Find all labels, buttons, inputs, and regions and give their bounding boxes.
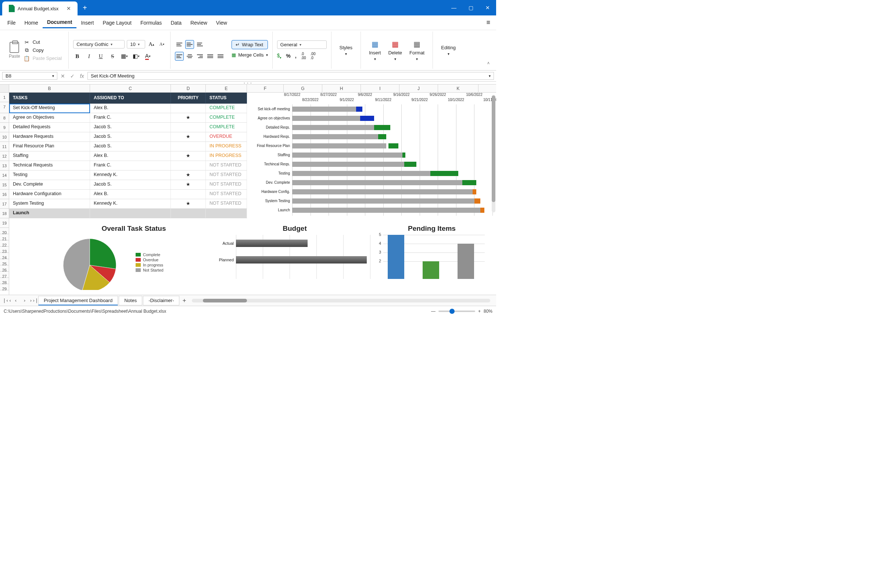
add-sheet-button[interactable]: + <box>180 297 188 304</box>
insert-cells-button[interactable]: ▦Insert▾ <box>365 38 385 63</box>
row-header-20[interactable]: 20 <box>0 228 9 234</box>
table-row[interactable]: System TestingKennedy K.★NOT STARTED <box>9 199 247 209</box>
table-row[interactable]: Hardware RequestsJacob S.★OVERDUE <box>9 132 247 142</box>
table-row[interactable]: TestingKennedy K.★NOT STARTED <box>9 171 247 180</box>
align-right-button[interactable] <box>195 52 204 61</box>
format-cells-button[interactable]: ▦Format▾ <box>406 38 428 63</box>
row-header-16[interactable]: 16 <box>0 190 9 199</box>
font-color-button[interactable]: A▾ <box>144 52 152 60</box>
align-middle-button[interactable] <box>185 40 194 49</box>
row-header-10[interactable]: 10 <box>0 132 9 142</box>
col-header-K[interactable]: K <box>438 84 478 92</box>
last-sheet-button[interactable]: ››| <box>29 298 38 303</box>
row-header-14[interactable]: 14 <box>0 171 9 180</box>
row-header-27[interactable]: 27 <box>0 272 9 278</box>
decrease-decimal-button[interactable]: .00.0 <box>310 52 316 60</box>
col-header-B[interactable]: B <box>9 84 90 92</box>
editing-button[interactable]: Editing▾ <box>437 44 459 57</box>
align-top-button[interactable] <box>175 40 184 49</box>
menu-insert[interactable]: Insert <box>76 18 98 28</box>
row-header-28[interactable]: 28 <box>0 278 9 284</box>
menu-document[interactable]: Document <box>43 17 76 28</box>
table-row[interactable]: Hardware ConfigurationAlex B.NOT STARTED <box>9 190 247 199</box>
number-format-select[interactable]: General▾ <box>277 40 327 49</box>
table-row[interactable]: Final Resource PlanJacob S.IN PROGRESS <box>9 142 247 152</box>
comma-style-button[interactable]: , <box>295 53 297 59</box>
row-header-1[interactable]: 1 <box>0 93 9 102</box>
vertical-scrollbar[interactable] <box>492 95 495 212</box>
align-center-button[interactable] <box>185 52 194 61</box>
copy-button[interactable]: ⧉Copy <box>24 47 62 53</box>
cancel-edit-button[interactable]: ✕ <box>59 73 67 79</box>
borders-button[interactable]: ▦▾ <box>120 52 128 60</box>
col-header-F[interactable]: F <box>247 84 284 92</box>
cut-button[interactable]: ✂Cut <box>24 39 62 45</box>
col-header-I[interactable]: I <box>361 84 399 92</box>
align-left-button[interactable] <box>175 52 184 61</box>
table-row[interactable]: Dev. CompleteJacob S.★NOT STARTED <box>9 180 247 190</box>
row-header-21[interactable]: 21 <box>0 234 9 240</box>
name-box[interactable]: B8▾ <box>2 72 57 80</box>
table-row[interactable]: Detailed RequestsJacob S.COMPLETE <box>9 123 247 132</box>
row-header-17[interactable]: 17 <box>0 199 9 209</box>
menu-review[interactable]: Review <box>186 18 212 28</box>
prev-sheet-button[interactable]: ‹ <box>12 298 20 303</box>
percent-button[interactable]: % <box>286 53 290 59</box>
new-tab-button[interactable]: + <box>78 4 92 12</box>
currency-button[interactable]: $▾ <box>277 52 282 60</box>
wrap-text-button[interactable]: ↵Wrap Text <box>231 40 267 49</box>
row-header-26[interactable]: 26 <box>0 266 9 272</box>
fill-color-button[interactable]: ◧▾ <box>132 52 140 60</box>
font-size-select[interactable]: 10▾ <box>127 40 145 48</box>
table-row[interactable]: Set Kick-Off MeetingAlex B.COMPLETE <box>9 104 247 113</box>
horizontal-scrollbar[interactable] <box>192 299 490 303</box>
fx-button[interactable]: fx <box>78 73 86 79</box>
font-name-select[interactable]: Century Gothic▾ <box>73 40 124 48</box>
table-row[interactable]: Technical RequestsFrank C.NOT STARTED <box>9 161 247 171</box>
col-header-D[interactable]: D <box>171 84 206 92</box>
row-header-23[interactable]: 23 <box>0 247 9 253</box>
align-bottom-button[interactable] <box>195 40 204 49</box>
menu-data[interactable]: Data <box>166 18 186 28</box>
launch-row[interactable]: Launch <box>9 209 247 218</box>
row-header-29[interactable]: 29 <box>0 284 9 290</box>
paste-button[interactable]: Paste <box>8 40 22 60</box>
merge-cells-button[interactable]: ▦Merge Cells▾ <box>231 52 267 58</box>
table-row[interactable]: Agree on ObjectivesFrank C.★COMPLETE <box>9 113 247 123</box>
worksheet-area[interactable]: 1789101112131415161718192021222324252627… <box>0 84 496 295</box>
delete-cells-button[interactable]: ▦Delete▾ <box>384 38 406 63</box>
row-header-8[interactable]: 8 <box>0 113 9 123</box>
row-header-18[interactable]: 18 <box>0 209 9 218</box>
zoom-slider[interactable] <box>438 310 475 312</box>
document-tab[interactable]: Annual Budget.xlsx ✕ <box>2 2 78 15</box>
maximize-button[interactable]: ▢ <box>462 0 479 15</box>
menu-page-layout[interactable]: Page Layout <box>98 18 136 28</box>
col-header-H[interactable]: H <box>322 84 361 92</box>
row-header-15[interactable]: 15 <box>0 180 9 190</box>
hamburger-menu-icon[interactable]: ≡ <box>483 17 493 28</box>
styles-button[interactable]: Styles▾ <box>336 44 356 57</box>
sheet-tab[interactable]: -Disclaimer- <box>143 296 179 305</box>
accept-edit-button[interactable]: ✓ <box>68 73 76 79</box>
table-row[interactable]: StaffingAlex B.★IN PROGRESS <box>9 152 247 161</box>
row-header-7[interactable]: 7 <box>0 102 9 113</box>
row-header-9[interactable]: 9 <box>0 123 9 132</box>
row-header-22[interactable]: 22 <box>0 240 9 247</box>
zoom-out-button[interactable]: — <box>431 309 435 314</box>
col-header-C[interactable]: C <box>90 84 171 92</box>
bold-button[interactable]: B <box>73 52 81 60</box>
menu-file[interactable]: File <box>3 18 20 28</box>
row-header-19[interactable]: 19 <box>0 218 9 228</box>
collapse-ribbon-button[interactable]: ＾ <box>486 61 491 67</box>
col-header-J[interactable]: J <box>399 84 438 92</box>
minimize-button[interactable]: — <box>446 0 462 15</box>
italic-button[interactable]: I <box>85 52 93 60</box>
row-header-12[interactable]: 12 <box>0 152 9 161</box>
row-header-13[interactable]: 13 <box>0 161 9 171</box>
menu-formulas[interactable]: Formulas <box>136 18 166 28</box>
strikethrough-button[interactable]: S <box>108 52 117 60</box>
col-header-G[interactable]: G <box>284 84 322 92</box>
row-header-11[interactable]: 11 <box>0 142 9 152</box>
decrease-font-button[interactable]: A▾ <box>158 40 166 48</box>
zoom-in-button[interactable]: + <box>478 309 481 314</box>
